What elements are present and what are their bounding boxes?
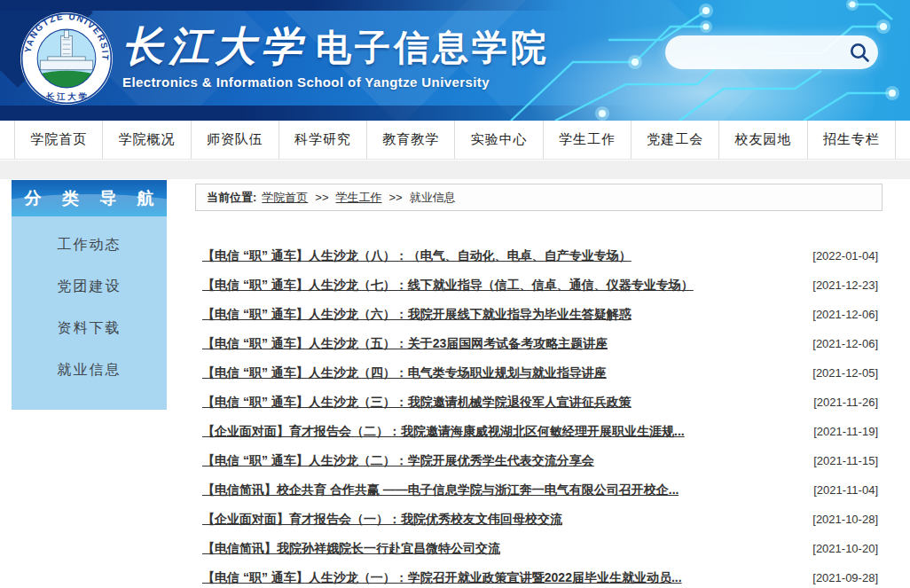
sidebar-item[interactable]: 工作动态 [12, 223, 167, 265]
search-box [665, 35, 878, 69]
news-row: 【电信 “职” 通车】人生沙龙（一）：学院召开就业政策宣讲暨2022届毕业生就业… [202, 563, 878, 588]
breadcrumb-separator: >> [315, 191, 328, 204]
news-row: 【企业面对面】育才报告会（二）：我院邀请海康威视湖北区何敏经理开展职业生涯规..… [202, 417, 878, 446]
sidebar-item[interactable]: 就业信息 [12, 349, 167, 390]
news-title-link[interactable]: 【电信 “职” 通车】人生沙龙（七）：线下就业指导（信工、信卓、通信、仪器专业专… [202, 278, 694, 294]
news-title-link[interactable]: 【电信 “职” 通车】人生沙龙（二）：学院开展优秀学生代表交流分享会 [202, 453, 594, 469]
sidebar-title: 分 类 导 航 [12, 180, 167, 216]
sidebar-item[interactable]: 党团建设 [12, 265, 167, 307]
news-title-link[interactable]: 【电信 “职” 通车】人生沙龙（六）：我院开展线下就业指导为毕业生答疑解惑 [202, 307, 632, 323]
news-title-link[interactable]: 【电信简讯】我院孙祥娥院长一行赴宜昌微特公司交流 [202, 541, 500, 557]
news-title-link[interactable]: 【电信 “职” 通车】人生沙龙（一）：学院召开就业政策宣讲暨2022届毕业生就业… [202, 570, 682, 586]
nav-item[interactable]: 招生专栏 [807, 121, 896, 159]
news-date: [2021-10-28] [812, 513, 878, 526]
news-date: [2021-11-04] [813, 483, 878, 497]
breadcrumb: 当前位置: 学院首页 >> 学生工作 >> 就业信息 [195, 184, 883, 211]
news-date: [2022-01-04] [812, 249, 878, 263]
nav-item-label: 招生专栏 [823, 131, 880, 148]
sidebar-item-label: 党团建设 [58, 278, 122, 294]
news-row: 【电信 “职” 通车】人生沙龙（三）：我院邀请机械学院退役军人宣讲征兵政策 [2… [202, 388, 878, 417]
page: YANGTZE UNIVERSITY 长 江 大 学 长江大学 电子信息学院 E… [0, 0, 910, 588]
news-row: 【电信 “职” 通车】人生沙龙（六）：我院开展线下就业指导为毕业生答疑解惑 [2… [202, 300, 878, 329]
nav-item[interactable]: 师资队伍 [191, 121, 278, 159]
news-row: 【电信 “职” 通车】人生沙龙（四）：电气类专场职业规划与就业指导讲座 [202… [202, 358, 878, 388]
news-row: 【电信简讯】校企共育 合作共赢 ——电子信息学院与浙江奔一电气有限公司召开校企.… [202, 475, 878, 505]
nav-item[interactable]: 科学研究 [278, 121, 366, 159]
news-title-link[interactable]: 【企业面对面】育才报告会（二）：我院邀请海康威视湖北区何敏经理开展职业生涯规..… [202, 424, 685, 440]
breadcrumb-label: 当前位置: [207, 190, 256, 206]
nav-item[interactable]: 教育教学 [366, 121, 454, 159]
divider-band [0, 161, 910, 179]
nav-item-label: 校友园地 [735, 131, 792, 148]
sidebar-item-label: 就业信息 [58, 362, 122, 377]
sidebar-item[interactable]: 资料下载 [12, 307, 167, 349]
news-row: 【电信 “职” 通车】人生沙龙（七）：线下就业指导（信工、信卓、通信、仪器专业专… [202, 270, 878, 300]
news-list: 【电信 “职” 通车】人生沙龙（八）：（电气、自动化、电卓、自产专业专场） [2… [202, 241, 878, 588]
news-row: 【电信 “职” 通车】人生沙龙（二）：学院开展优秀学生代表交流分享会 [2021… [202, 446, 878, 475]
nav-item[interactable]: 实验中心 [454, 121, 542, 159]
news-date: [2021-09-28] [812, 571, 878, 584]
nav-item-label: 学院概况 [118, 131, 175, 148]
nav-item-label: 科学研究 [294, 131, 351, 148]
school-name-bold: 电子信息学院 [316, 25, 550, 69]
nav-item-label: 实验中心 [471, 131, 528, 148]
site-header: YANGTZE UNIVERSITY 长 江 大 学 长江大学 电子信息学院 E… [0, 0, 910, 121]
nav-item-label: 教育教学 [382, 131, 439, 148]
news-title-link[interactable]: 【电信 “职” 通车】人生沙龙（五）：关于23届国网考试备考攻略主题讲座 [202, 336, 608, 352]
news-date: [2021-12-05] [812, 366, 878, 380]
news-row: 【企业面对面】育才报告会（一）：我院优秀校友文伟回母校交流 [2021-10-2… [202, 505, 878, 534]
nav-item-label: 学生工作 [559, 131, 616, 148]
news-date: [2021-12-06] [812, 308, 878, 321]
nav-item[interactable]: 学生工作 [543, 121, 631, 159]
sidebar-item-label: 资料下载 [58, 320, 122, 335]
news-date: [2021-11-26] [813, 396, 878, 409]
news-date: [2021-11-15] [813, 454, 878, 467]
site-title-block: 长江大学 电子信息学院 Electronics & Information Sc… [122, 23, 550, 90]
news-row: 【电信 “职” 通车】人生沙龙（八）：（电气、自动化、电卓、自产专业专场） [2… [202, 241, 878, 270]
news-title-link[interactable]: 【电信 “职” 通车】人生沙龙（四）：电气类专场职业规划与就业指导讲座 [202, 365, 607, 381]
search-input[interactable] [679, 45, 848, 59]
nav-item-label: 学院首页 [30, 131, 87, 148]
breadcrumb-current: 就业信息 [410, 190, 456, 206]
news-date: [2021-10-20] [812, 542, 878, 555]
news-title-link[interactable]: 【企业面对面】育才报告会（一）：我院优秀校友文伟回母校交流 [202, 512, 562, 528]
news-row: 【电信 “职” 通车】人生沙龙（五）：关于23届国网考试备考攻略主题讲座 [20… [202, 329, 878, 358]
search-icon[interactable] [848, 41, 871, 64]
news-title-link[interactable]: 【电信简讯】校企共育 合作共赢 ——电子信息学院与浙江奔一电气有限公司召开校企.… [202, 482, 679, 498]
sidebar-item-label: 工作动态 [58, 237, 122, 252]
nav-item[interactable]: 校友园地 [718, 121, 806, 159]
news-date: [2021-12-23] [812, 278, 878, 292]
nav-item[interactable]: 学院概况 [102, 121, 190, 159]
news-date: [2021-12-06] [812, 337, 878, 350]
school-name-calligraphy: 长江大学 [122, 23, 307, 69]
news-row: 【电信简讯】我院孙祥娥院长一行赴宜昌微特公司交流 [2021-10-20] [202, 534, 878, 563]
main-navigation: 学院首页 学院概况 师资队伍 科学研究 教育教学 实验中心 学生工作 党建工会 … [0, 121, 910, 160]
university-logo[interactable]: YANGTZE UNIVERSITY 长 江 大 学 [20, 12, 114, 106]
news-date: [2021-11-19] [813, 425, 878, 438]
news-title-link[interactable]: 【电信 “职” 通车】人生沙龙（三）：我院邀请机械学院退役军人宣讲征兵政策 [202, 395, 632, 411]
nav-item-label: 师资队伍 [207, 131, 263, 148]
news-title-link[interactable]: 【电信 “职” 通车】人生沙龙（八）：（电气、自动化、电卓、自产专业专场） [202, 248, 632, 264]
school-name-english: Electronics & Information School of Yang… [122, 74, 550, 90]
category-sidebar: 分 类 导 航 工作动态 党团建设 资料下载 就业信息 [12, 180, 167, 410]
logo-bottom-text: 长 江 大 学 [45, 91, 87, 101]
breadcrumb-link-section[interactable]: 学生工作 [336, 190, 382, 206]
breadcrumb-link-home[interactable]: 学院首页 [262, 190, 308, 206]
nav-item-label: 党建工会 [647, 131, 703, 148]
nav-item[interactable]: 学院首页 [14, 121, 102, 159]
nav-item[interactable]: 党建工会 [631, 121, 718, 159]
breadcrumb-separator: >> [389, 191, 403, 204]
